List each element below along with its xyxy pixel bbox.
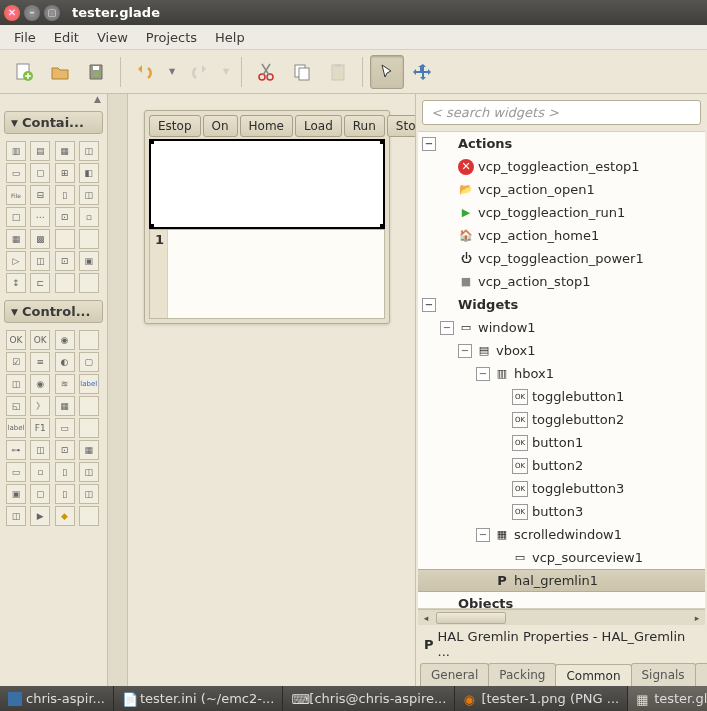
palette-widget-icon[interactable]: ▦ — [55, 396, 75, 416]
tree-item-action[interactable]: ■vcp_action_stop1 — [418, 270, 705, 293]
menu-file[interactable]: File — [6, 27, 44, 48]
palette-widget-icon[interactable]: □ — [6, 207, 26, 227]
tree-section-objects[interactable]: Objects — [418, 592, 705, 609]
menu-edit[interactable]: Edit — [46, 27, 87, 48]
tab-general[interactable]: General — [420, 663, 489, 686]
palette-widget-icon[interactable]: ◫ — [30, 440, 50, 460]
palette-widget-icon[interactable]: ▦ — [79, 440, 99, 460]
palette-widget-icon[interactable]: ▫ — [30, 462, 50, 482]
palette-widget-icon[interactable]: ⊶ — [6, 440, 26, 460]
taskbar-show-desktop[interactable]: chris-aspir... — [0, 686, 114, 711]
tree-hscrollbar[interactable]: ◂ ▸ — [418, 609, 705, 625]
selector-tool-button[interactable] — [370, 55, 404, 89]
design-sourceview[interactable] — [149, 139, 385, 229]
palette-widget-icon[interactable] — [79, 396, 99, 416]
palette-widget-icon[interactable]: ⊏ — [30, 273, 50, 293]
tab-signals[interactable]: Signals — [631, 663, 696, 686]
palette-widget-icon[interactable]: ▭ — [6, 163, 26, 183]
palette-widget-icon[interactable]: OK — [30, 330, 50, 350]
tree-item-button2[interactable]: OKbutton2 — [418, 454, 705, 477]
design-togglebutton2[interactable]: On — [203, 115, 238, 137]
taskbar-item-glade[interactable]: ▦tester.gla — [628, 686, 707, 711]
palette-section-control[interactable]: ▼ Control... — [4, 300, 103, 323]
collapse-icon[interactable]: − — [476, 528, 490, 542]
palette-widget-icon[interactable]: ≋ — [55, 374, 75, 394]
palette-widget-icon[interactable]: ▦ — [55, 141, 75, 161]
tree-item-action[interactable]: ⏻vcp_toggleaction_power1 — [418, 247, 705, 270]
palette-widget-icon[interactable]: ▫ — [79, 207, 99, 227]
tree-item-window1[interactable]: −▭window1 — [418, 316, 705, 339]
palette-widget-icon[interactable]: ↕ — [6, 273, 26, 293]
tree-item-action[interactable]: ✕vcp_toggleaction_estop1 — [418, 155, 705, 178]
collapse-icon[interactable]: − — [440, 321, 454, 335]
design-togglebutton3[interactable]: Run — [344, 115, 385, 137]
undo-button[interactable] — [128, 55, 162, 89]
palette-widget-icon[interactable]: ◫ — [6, 374, 26, 394]
palette-widget-icon[interactable]: ◫ — [79, 484, 99, 504]
tree-item-action[interactable]: ▶vcp_toggleaction_run1 — [418, 201, 705, 224]
palette-widget-icon[interactable]: ⊞ — [55, 163, 75, 183]
palette-widget-icon[interactable]: ◫ — [6, 506, 26, 526]
palette-widget-icon[interactable]: ⊡ — [55, 440, 75, 460]
menu-help[interactable]: Help — [207, 27, 253, 48]
widget-search-input[interactable]: < search widgets > — [422, 100, 701, 125]
tree-item-sourceview1[interactable]: ▭vcp_sourceview1 — [418, 546, 705, 569]
tree-item-hal-gremlin1[interactable]: Phal_gremlin1 — [418, 569, 705, 592]
palette-widget-icon[interactable]: label — [6, 418, 26, 438]
palette-widget-icon[interactable]: ☑ — [6, 352, 26, 372]
palette-widget-icon[interactable] — [79, 330, 99, 350]
palette-widget-icon[interactable] — [79, 229, 99, 249]
menu-projects[interactable]: Projects — [138, 27, 205, 48]
palette-widget-icon[interactable]: ▦ — [6, 229, 26, 249]
palette-widget-icon[interactable]: ▢ — [30, 163, 50, 183]
palette-widget-icon[interactable] — [55, 229, 75, 249]
scroll-right-icon[interactable]: ▸ — [689, 610, 705, 626]
palette-widget-icon[interactable]: label — [79, 374, 99, 394]
palette-widget-icon[interactable]: ◫ — [30, 251, 50, 271]
design-button2[interactable]: Load — [295, 115, 342, 137]
design-button3[interactable]: Stop — [387, 115, 415, 137]
palette-widget-icon[interactable]: F1 — [30, 418, 50, 438]
palette-widget-icon[interactable]: ◧ — [79, 163, 99, 183]
palette-widget-icon[interactable]: ◫ — [79, 141, 99, 161]
design-hal-gremlin[interactable]: 1 — [149, 229, 385, 319]
widget-tree[interactable]: − Actions ✕vcp_toggleaction_estop1 📂vcp_… — [418, 131, 705, 609]
palette-widget-icon[interactable]: ▯ — [55, 484, 75, 504]
palette-widget-icon[interactable]: ▷ — [6, 251, 26, 271]
palette-scroll-up-icon[interactable]: ▲ — [94, 94, 101, 108]
cut-button[interactable] — [249, 55, 283, 89]
palette-widget-icon[interactable] — [79, 273, 99, 293]
menu-view[interactable]: View — [89, 27, 136, 48]
palette-widget-icon[interactable]: ≡ — [30, 352, 50, 372]
tree-item-vbox1[interactable]: −▤vbox1 — [418, 339, 705, 362]
tab-packing[interactable]: Packing — [488, 663, 556, 686]
scroll-thumb[interactable] — [436, 612, 506, 624]
palette-widget-icon[interactable]: ▣ — [79, 251, 99, 271]
palette-widget-icon[interactable]: ▤ — [30, 141, 50, 161]
palette-widget-icon[interactable]: ▭ — [6, 462, 26, 482]
collapse-icon[interactable]: − — [422, 137, 436, 151]
taskbar-item-editor[interactable]: 📄tester.ini (~/emc2-... — [114, 686, 283, 711]
palette-widget-icon[interactable]: ▭ — [55, 418, 75, 438]
save-button[interactable] — [79, 55, 113, 89]
palette-widget-icon[interactable]: ⊡ — [55, 251, 75, 271]
drag-resize-tool-button[interactable] — [406, 55, 440, 89]
palette-widget-icon[interactable]: ▢ — [79, 352, 99, 372]
window-maximize-icon[interactable]: ▢ — [44, 5, 60, 21]
palette-widget-icon[interactable] — [55, 273, 75, 293]
window-close-icon[interactable]: ✕ — [4, 5, 20, 21]
tree-item-scrolledwindow1[interactable]: −▦scrolledwindow1 — [418, 523, 705, 546]
tree-item-togglebutton1[interactable]: OKtogglebutton1 — [418, 385, 705, 408]
tree-item-togglebutton3[interactable]: OKtogglebutton3 — [418, 477, 705, 500]
window-minimize-icon[interactable]: – — [24, 5, 40, 21]
design-togglebutton1[interactable]: Estop — [149, 115, 201, 137]
palette-widget-icon[interactable]: 》 — [30, 396, 50, 416]
tab-common[interactable]: Common — [555, 664, 631, 686]
palette-widget-icon[interactable]: ▯ — [55, 185, 75, 205]
taskbar-item-terminal[interactable]: ⌨[chris@chris-aspire... — [283, 686, 455, 711]
palette-widget-icon[interactable]: ⋯ — [30, 207, 50, 227]
design-button1[interactable]: Home — [240, 115, 293, 137]
open-button[interactable] — [43, 55, 77, 89]
design-window1[interactable]: Estop On Home Load Run Stop 1 — [144, 110, 390, 324]
palette-widget-icon[interactable]: ▩ — [30, 229, 50, 249]
